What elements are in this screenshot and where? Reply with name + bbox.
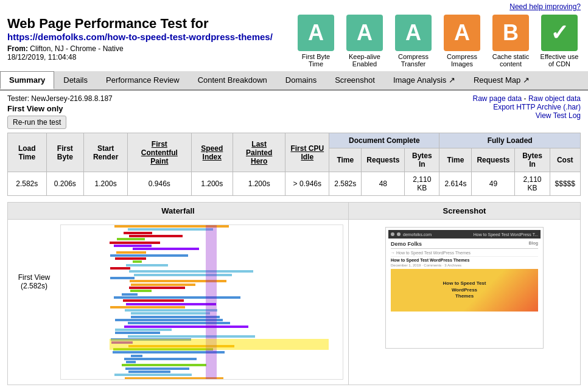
grade-box-4[interactable]: B bbox=[492, 15, 529, 51]
info-bar: Tester: NewJersey-216.98.8.187 First Vie… bbox=[0, 91, 588, 133]
waterfall-bar-6 bbox=[114, 245, 152, 247]
waterfall-bar-44 bbox=[125, 367, 189, 370]
nav-tab-performance-review[interactable]: Performance Review bbox=[97, 71, 189, 89]
screenshot-breadcrumb: → How to Speed Test WordPress Themes bbox=[391, 251, 538, 257]
grade-badge-1: A Keep-alive Enabled bbox=[343, 15, 386, 68]
waterfall-bar-20 bbox=[130, 290, 152, 292]
nav-tabs: SummaryDetailsPerformance ReviewContent … bbox=[0, 71, 588, 91]
nav-tab-image-analysis-[interactable]: Image Analysis ↗ bbox=[384, 71, 464, 89]
grade-badge-0: A First Byte Time bbox=[295, 15, 337, 68]
waterfall-bar-24 bbox=[126, 303, 216, 305]
screenshot-image-text: How to Speed Test WordPress Themes bbox=[443, 280, 486, 299]
grade-label-5: Effective use of CDN bbox=[538, 53, 581, 68]
screenshot-content: demofolks.com How to Speed Test WordPres… bbox=[386, 228, 543, 348]
waterfall-bar-18 bbox=[131, 284, 195, 286]
waterfall-header: Waterfall bbox=[8, 203, 348, 220]
nav-tab-domains[interactable]: Domains bbox=[276, 71, 326, 89]
waterfall-bar-22 bbox=[114, 296, 240, 299]
cell-doc-requests: 48 bbox=[362, 172, 405, 196]
waterfall-purple-band bbox=[206, 225, 217, 380]
screenshot-image-placeholder: How to Speed Test WordPress Themes bbox=[391, 269, 538, 312]
col-fcp: First Contentful Paint bbox=[128, 133, 191, 172]
cell-last-painted: 1.200s bbox=[233, 172, 285, 196]
info-bar-right: Raw page data - Raw object data Export H… bbox=[473, 94, 581, 129]
grade-badges: A First Byte Time A Keep-alive Enabled A… bbox=[287, 11, 588, 71]
header-left: Web Page Performance Test for https://de… bbox=[0, 11, 287, 64]
screenshot-article-title: How to Speed Test WordPress Themes bbox=[391, 258, 538, 262]
grade-box-1[interactable]: A bbox=[346, 15, 383, 51]
waterfall-bar-13 bbox=[110, 267, 130, 270]
export-har-link[interactable]: Export HTTP Archive (.har) bbox=[493, 103, 581, 111]
doc-bytes-header: Bytes In bbox=[405, 148, 439, 172]
waterfall-bar-31 bbox=[124, 326, 248, 328]
cell-doc-bytes: 2,110 KB bbox=[405, 172, 439, 196]
screenshot-area: demofolks.com How to Speed Test WordPres… bbox=[349, 220, 580, 356]
waterfall-bar-26 bbox=[125, 309, 217, 312]
grade-box-2[interactable]: A bbox=[395, 15, 432, 51]
col-cpu-idle: First CPU Idle bbox=[285, 133, 329, 172]
waterfall-bar-32 bbox=[115, 329, 172, 331]
waterfall-panel: Waterfall First View(2.582s) bbox=[8, 203, 349, 385]
header-right: A First Byte Time A Keep-alive Enabled A… bbox=[287, 11, 588, 71]
nav-tab-details[interactable]: Details bbox=[54, 71, 97, 89]
results-table: Load Time First Byte Start Render First … bbox=[7, 133, 581, 196]
waterfall-bar-25 bbox=[110, 306, 185, 308]
cell-cost: $$$$$ bbox=[550, 172, 580, 196]
raw-page-link[interactable]: Raw page data bbox=[473, 94, 522, 103]
screenshot-nav-bar: demofolks.com How to Speed Test WordPres… bbox=[388, 230, 541, 239]
grade-box-0[interactable]: A bbox=[298, 15, 334, 51]
grade-box-5[interactable]: ✓ bbox=[541, 15, 578, 51]
nav-dot-1 bbox=[391, 232, 394, 236]
top-bar: Web Page Performance Test for https://de… bbox=[0, 11, 287, 64]
grade-box-3[interactable]: A bbox=[444, 15, 480, 51]
screenshot-header: Screenshot bbox=[349, 203, 580, 220]
waterfall-bar-19 bbox=[129, 287, 185, 289]
cell-full-requests: 49 bbox=[472, 172, 515, 196]
first-view-waterfall-label: First View(2.582s) bbox=[13, 225, 55, 290]
cell-full-bytes: 2,110 KB bbox=[515, 172, 550, 196]
waterfall-bar-41 bbox=[124, 358, 197, 360]
nav-tab-summary[interactable]: Summary bbox=[0, 71, 54, 89]
doc-requests-header: Requests bbox=[362, 148, 405, 172]
table-row: 2.582s 0.206s 1.200s 0.946s 1.200s 1.200… bbox=[8, 172, 581, 196]
cell-first-byte: 0.206s bbox=[46, 172, 84, 196]
waterfall-bar-21 bbox=[122, 293, 138, 296]
waterfall-bar-3 bbox=[129, 235, 183, 237]
grade-label-1: Keep-alive Enabled bbox=[343, 53, 386, 68]
cell-speed-index: 1.200s bbox=[191, 172, 233, 196]
nav-tab-request-map-[interactable]: Request Map ↗ bbox=[464, 71, 539, 89]
col-start-render: Start Render bbox=[84, 133, 128, 172]
page-url-link[interactable]: https://demofolks.com/how-to-speed-test-… bbox=[7, 32, 280, 42]
full-requests-header: Requests bbox=[472, 148, 515, 172]
waterfall-bar-1 bbox=[128, 228, 213, 231]
nav-dot-2 bbox=[397, 232, 401, 236]
view-log-link[interactable]: View Test Log bbox=[536, 111, 581, 120]
waterfall-bar-46 bbox=[114, 374, 192, 376]
rerun-button[interactable]: Re-run the test bbox=[7, 116, 66, 129]
screenshot-thumbnail: demofolks.com How to Speed Test WordPres… bbox=[385, 227, 544, 349]
waterfall-image bbox=[60, 225, 343, 380]
nav-tab-screenshot[interactable]: Screenshot bbox=[326, 71, 384, 89]
waterfall-canvas bbox=[61, 225, 343, 380]
waterfall-bar-40 bbox=[131, 355, 142, 357]
screenshot-url-bar: demofolks.com bbox=[403, 232, 471, 237]
raw-object-link[interactable]: Raw object data bbox=[528, 94, 581, 103]
cell-cpu-idle: > 0.946s bbox=[285, 172, 329, 196]
waterfall-bar-7 bbox=[133, 248, 200, 250]
waterfall-bar-14 bbox=[129, 270, 253, 273]
grade-label-0: First Byte Time bbox=[295, 53, 337, 68]
from-info: From: Clifton, NJ - Chrome - Native 18/1… bbox=[7, 44, 280, 61]
info-bar-left: Tester: NewJersey-216.98.8.187 First Vie… bbox=[7, 94, 113, 129]
waterfall-bar-8 bbox=[116, 251, 145, 254]
nav-tab-content-breakdown[interactable]: Content Breakdown bbox=[189, 71, 276, 89]
need-help-link[interactable]: Need help improving? bbox=[509, 2, 581, 11]
full-bytes-header: Bytes In bbox=[515, 148, 550, 172]
page-container: Need help improving? Web Page Performanc… bbox=[0, 0, 588, 385]
grade-badge-4: B Cache static content bbox=[489, 15, 532, 68]
waterfall-bar-16 bbox=[110, 277, 134, 279]
waterfall-bar-5 bbox=[110, 242, 160, 244]
screenshot-meta: December 1, 2019 · Comments · 3 Archives bbox=[391, 263, 538, 267]
waterfall-yellow-band bbox=[110, 339, 329, 350]
waterfall-bar-33 bbox=[115, 332, 160, 334]
full-cost-header: Cost bbox=[550, 148, 580, 172]
